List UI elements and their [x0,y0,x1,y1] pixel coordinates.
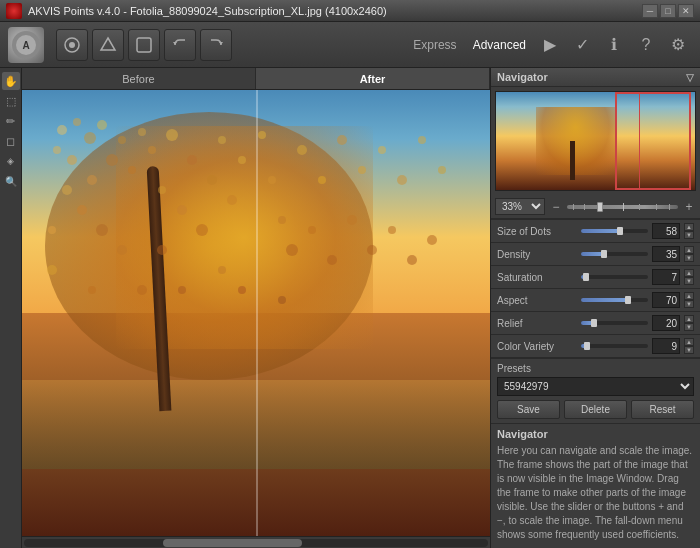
size-of-dots-thumb[interactable] [617,227,623,235]
relief-down[interactable]: ▼ [684,323,694,331]
apply-button[interactable]: ✓ [568,31,596,59]
density-up[interactable]: ▲ [684,246,694,254]
canvas-split-divider[interactable] [256,90,258,536]
relief-up[interactable]: ▲ [684,315,694,323]
eyedropper-tool-button[interactable]: ◈ [2,152,20,170]
size-of-dots-label: Size of Dots [497,226,577,237]
navigator-preview[interactable] [495,91,696,191]
settings-button[interactable]: ⚙ [664,31,692,59]
size-of-dots-slider[interactable] [581,229,648,233]
relief-thumb[interactable] [591,319,597,327]
zoom-slider[interactable] [567,205,678,209]
left-toolbar: ✋ ⬚ ✏ ◻ ◈ 🔍 [0,68,22,548]
navigator-title: Navigator [497,71,548,83]
density-thumb[interactable] [601,250,607,258]
tool-btn-3[interactable] [128,29,160,61]
aspect-up[interactable]: ▲ [684,292,694,300]
zoom-in-button[interactable]: + [682,200,696,214]
color-variety-up[interactable]: ▲ [684,338,694,346]
reset-preset-button[interactable]: Reset [631,400,694,419]
zoom-select[interactable]: 33% 25% 50% 100% [495,198,545,215]
size-of-dots-slider-container [581,229,648,233]
color-variety-thumb[interactable] [584,342,590,350]
eraser-tool-button[interactable]: ◻ [2,132,20,150]
delete-preset-button[interactable]: Delete [564,400,627,419]
aspect-value[interactable]: 70 [652,292,680,308]
navigator-collapse-button[interactable]: ▽ [686,72,694,83]
saturation-slider-container [581,275,648,279]
minimize-button[interactable]: ─ [642,4,658,18]
color-variety-value[interactable]: 9 [652,338,680,354]
zoom-out-button[interactable]: − [549,200,563,214]
color-variety-down[interactable]: ▼ [684,346,694,354]
relief-spinner: ▲ ▼ [684,315,694,331]
aspect-thumb[interactable] [625,296,631,304]
help-button[interactable]: ? [632,31,660,59]
crop-tool-button[interactable]: ⬚ [2,92,20,110]
window-controls: ─ □ ✕ [642,4,694,18]
info-button[interactable]: ℹ [600,31,628,59]
presets-buttons: Save Delete Reset [497,400,694,419]
svg-text:A: A [22,40,29,51]
saturation-value[interactable]: 7 [652,269,680,285]
saturation-down[interactable]: ▼ [684,277,694,285]
color-variety-spinner: ▲ ▼ [684,338,694,354]
svg-rect-6 [137,38,151,52]
save-preset-button[interactable]: Save [497,400,560,419]
density-slider-container [581,252,648,256]
density-slider[interactable] [581,252,648,256]
brush-tool-button[interactable]: ✏ [2,112,20,130]
app-logo: A [8,27,44,63]
density-value[interactable]: 35 [652,246,680,262]
nav-preview-tree [536,107,616,176]
presets-select[interactable]: 55942979 [497,377,694,396]
relief-slider[interactable] [581,321,648,325]
size-of-dots-down[interactable]: ▼ [684,231,694,239]
zoom-slider-thumb[interactable] [597,202,603,212]
play-button[interactable]: ▶ [536,31,564,59]
svg-point-4 [69,42,75,48]
density-down[interactable]: ▼ [684,254,694,262]
title-bar: AKVIS Points v.4.0 - Fotolia_88099024_Su… [0,0,700,22]
maximize-button[interactable]: □ [660,4,676,18]
slider-tick-1 [573,204,574,210]
before-tab[interactable]: Before [22,68,256,89]
density-spinner: ▲ ▼ [684,246,694,262]
redo-button[interactable] [200,29,232,61]
zoom-tool-button[interactable]: 🔍 [2,172,20,190]
after-tab[interactable]: After [256,68,490,89]
tool-btn-1[interactable] [56,29,88,61]
color-variety-slider[interactable] [581,344,648,348]
undo-button[interactable] [164,29,196,61]
scroll-track[interactable] [24,539,488,547]
size-of-dots-up[interactable]: ▲ [684,223,694,231]
param-row-density: Density 35 ▲ ▼ [491,243,700,266]
close-button[interactable]: ✕ [678,4,694,18]
slider-tick-2 [584,204,585,210]
svg-marker-8 [219,42,223,45]
scroll-thumb[interactable] [163,539,302,547]
hand-tool-button[interactable]: ✋ [2,72,20,90]
saturation-up[interactable]: ▲ [684,269,694,277]
info-title: Navigator [497,428,694,440]
canvas-container[interactable] [22,90,490,536]
nav-preview-trunk [570,141,575,180]
svg-marker-5 [101,38,115,50]
zoom-control: 33% 25% 50% 100% − + [491,195,700,219]
aspect-slider-container [581,298,648,302]
size-of-dots-value[interactable]: 58 [652,223,680,239]
saturation-label: Saturation [497,272,577,283]
aspect-slider[interactable] [581,298,648,302]
tool-btn-2[interactable] [92,29,124,61]
svg-marker-7 [173,42,177,45]
horizontal-scrollbar[interactable] [22,536,490,548]
app-icon [6,3,22,19]
saturation-slider[interactable] [581,275,648,279]
slider-tick-center [623,203,624,211]
advanced-mode-tab[interactable]: Advanced [467,38,532,52]
aspect-down[interactable]: ▼ [684,300,694,308]
saturation-thumb[interactable] [583,273,589,281]
relief-value[interactable]: 20 [652,315,680,331]
parameters-section: Size of Dots 58 ▲ ▼ Density [491,220,700,359]
express-mode-tab[interactable]: Express [407,38,462,52]
